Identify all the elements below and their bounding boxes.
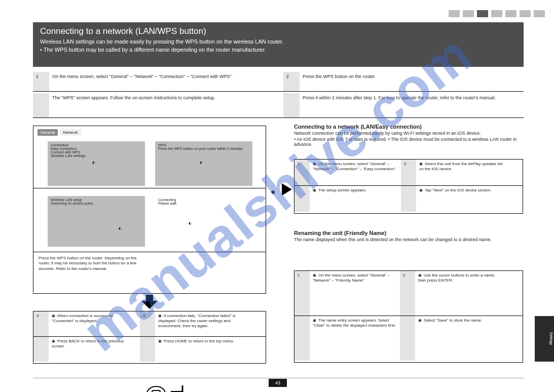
step-text: Select "Save" to store the name.: [415, 316, 505, 361]
table-row: 1On the menu screen, select "General" – …: [294, 271, 523, 316]
step-number: 2: [283, 72, 300, 91]
heading-sub: The name displayed when this unit is det…: [294, 237, 522, 242]
step-number: [400, 316, 415, 361]
panel-msg: Searching for access point...: [51, 202, 142, 205]
panel-title: Connection: [51, 143, 142, 147]
step-number: [401, 186, 416, 212]
subsection-heading: Connecting to a network (LAN/Easy connec…: [294, 124, 522, 147]
banner-subtitle: Wireless LAN settings can be made easily…: [40, 38, 516, 45]
step-text: On the menu screen, select "General" – "…: [310, 271, 400, 316]
panel-item: Connect with WPS: [51, 150, 142, 154]
step-number: 1: [294, 271, 310, 316]
nav-icon: ◐: [200, 161, 203, 165]
table-row: The setup screen appears.Tap "Next" on t…: [294, 186, 523, 212]
chapter-box: [534, 10, 545, 17]
step-number: [294, 186, 310, 212]
subsection-heading: Renaming the unit (Friendly Name) The na…: [294, 230, 522, 242]
table-row: The name entry screen appears. Select "C…: [294, 316, 523, 361]
tab-general: General: [38, 129, 58, 136]
divider: [33, 252, 266, 252]
section-banner: Connecting to a network (LAN/WPS button)…: [33, 22, 524, 67]
nav-icon: ◐: [189, 221, 192, 225]
heading-sub: Network connection can be performed easi…: [294, 131, 522, 136]
step-number: [140, 337, 155, 362]
panel-msg: Press the WPS button on your router with…: [158, 147, 249, 150]
panel-msg: Connecting: [158, 198, 227, 202]
step-number: 3: [33, 311, 49, 336]
heading-sub2: • An iOS device with iOS 7 or later is r…: [294, 137, 522, 147]
chapter-box-active: [477, 10, 488, 17]
panel-sub: Please wait.: [158, 202, 227, 205]
step-number: 1: [294, 160, 310, 185]
heading-title: Renaming the unit (Friendly Name): [294, 230, 522, 236]
screen-flow-diagram: General Network Connection Easy connecti…: [33, 126, 266, 294]
step-strip-row: 1On the menu screen, select "General" – …: [33, 72, 524, 92]
router-press-icon: [145, 382, 191, 392]
arrow-right-icon: [282, 183, 292, 195]
table-row: 1On the menu screen, select "General" – …: [294, 160, 523, 186]
step-text: Press BACK to return to the previous scr…: [49, 337, 140, 362]
chapter-box: [520, 10, 531, 17]
screen-panel-searching: Wireless LAN setup Searching for access …: [48, 196, 145, 247]
tab-network: Network: [60, 129, 81, 136]
screen-tabs: General Network: [38, 129, 81, 136]
step-text: The "WPS" screen appears. Follow the on-…: [49, 93, 283, 117]
chapter-indicator: [449, 10, 545, 17]
step-number: 4: [140, 311, 155, 336]
step-table: 3When connection is successful, "Connect…: [33, 311, 266, 364]
step-number: [33, 337, 49, 362]
step-number: 2: [400, 271, 415, 316]
step-text: When connection is successful, "Connecte…: [49, 311, 140, 336]
page: manualshive.com Connecting to a network …: [0, 0, 554, 392]
step-number: 2: [401, 160, 416, 185]
step-text: If connection fails, "Connection failed"…: [155, 311, 246, 336]
step-table: 1On the menu screen, select "General" – …: [294, 159, 523, 214]
footer-rule: [33, 378, 524, 378]
screen-panel-connection: Connection Easy connection Connect with …: [48, 141, 145, 186]
step-text: Press HOME to return to the top menu.: [155, 337, 246, 362]
step-text: Tap "Next" on the iOS device screen.: [416, 186, 507, 212]
divider: [33, 188, 266, 188]
panel-item: Easy connection: [51, 147, 142, 150]
arrow-down-icon: [141, 301, 158, 309]
page-number: 43: [269, 379, 287, 387]
table-row: 3When connection is successful, "Connect…: [33, 311, 266, 337]
chapter-box: [463, 10, 474, 17]
step-text: On the menu screen, select "General" – "…: [310, 160, 401, 185]
chapter-box: [505, 10, 516, 17]
step-number: [283, 93, 300, 117]
step-number: [294, 316, 310, 361]
section-edge-tab: Settings: [535, 316, 554, 362]
screen-panel-wps: WPS Press the WPS button on your router …: [155, 141, 252, 186]
step-text: On the menu screen, select "General" – "…: [49, 72, 283, 91]
banner-subtitle2: • The WPS button may be called by a diff…: [40, 47, 516, 53]
panel-title: WPS: [158, 143, 249, 147]
step-text: Use the cursor buttons to enter a name, …: [415, 271, 505, 316]
table-row: Press BACK to return to the previous scr…: [33, 337, 266, 362]
instruction-text: Press the WPS button on the router. Depe…: [39, 256, 140, 271]
step-text: The setup screen appears.: [310, 186, 401, 212]
step-table: 1On the menu screen, select "General" – …: [294, 270, 523, 363]
step-text: Select this unit from the AirPlay speake…: [416, 160, 507, 185]
step-text: Press it within 2 minutes after step 1. …: [300, 93, 518, 117]
step-strip-row: The "WPS" screen appears. Follow the on-…: [33, 93, 524, 118]
chapter-box: [491, 10, 502, 17]
step-text: The name entry screen appears. Select "C…: [310, 316, 400, 361]
panel-item: Wireless LAN settings: [51, 154, 142, 158]
panel-title: Wireless LAN setup: [51, 198, 142, 202]
nav-icon: ◐: [119, 226, 122, 230]
screen-panel-connecting: Connecting Please wait. ◐: [155, 196, 230, 243]
step-number: 1: [33, 72, 49, 91]
heading-title: Connecting to a network (LAN/Easy connec…: [294, 124, 522, 130]
banner-title: Connecting to a network (LAN/WPS button): [40, 26, 516, 36]
step-text: Press the WPS button on the router.: [300, 72, 518, 91]
chapter-box: [449, 10, 460, 17]
nav-icon: ◐: [92, 161, 95, 165]
step-number: [33, 93, 49, 117]
